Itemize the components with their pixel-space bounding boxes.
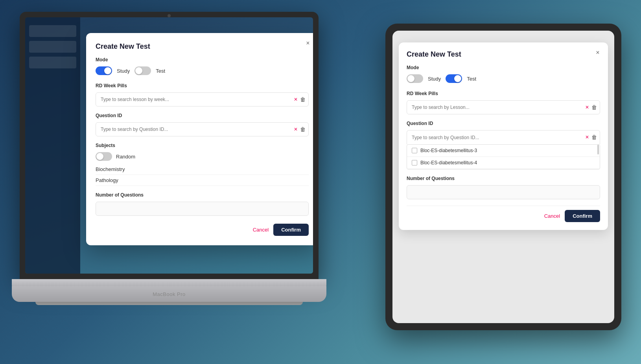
laptop-rdweek-input[interactable] — [96, 92, 309, 107]
tablet-cancel-button[interactable]: Cancel — [544, 213, 560, 219]
laptop-rdweek-trash-icon[interactable]: 🗑 — [300, 96, 306, 103]
tablet-modal-title: Create New Test — [407, 50, 600, 59]
tablet-questionid-clear-icon[interactable]: ✕ — [585, 134, 589, 140]
macbook-screen: Create New Test × Mode Study Test RD Wee… — [25, 17, 313, 274]
tablet-bezel: Create New Test × Mode Study Test RD Wee… — [385, 24, 621, 330]
laptop-random-label: Random — [116, 154, 135, 160]
laptop-test-toggle[interactable] — [134, 66, 151, 75]
laptop-study-toggle-knob — [104, 67, 111, 74]
checkbox-2[interactable] — [412, 160, 417, 165]
tablet-numq-label: Number of Questions — [407, 176, 600, 181]
tablet-dropdown-list: Bloc-ES-diabetesmellitus-3 Bloc-ES-diabe… — [407, 144, 600, 169]
tablet-screen: Create New Test × Mode Study Test RD Wee… — [392, 31, 614, 323]
tablet-test-label: Test — [467, 76, 476, 82]
tablet-study-toggle-knob — [407, 75, 414, 82]
macbook-base — [12, 279, 326, 287]
laptop-questionid-actions: ✕ 🗑 — [294, 126, 306, 132]
laptop-questionid-label: Question ID — [96, 113, 309, 118]
macbook-camera — [168, 14, 171, 17]
laptop-mode-label: Mode — [96, 57, 309, 63]
sidebar — [25, 17, 80, 274]
laptop-rdweek-actions: ✕ 🗑 — [294, 96, 306, 103]
tablet-questionid-input[interactable] — [407, 130, 600, 144]
macbook-foot: MacBook Pro — [12, 286, 326, 302]
tablet-mode-row: Study Test — [407, 74, 600, 83]
tablet-modal-footer: Cancel Confirm — [407, 206, 600, 222]
laptop-random-toggle[interactable] — [96, 152, 112, 161]
tablet-mode-label: Mode — [407, 65, 600, 70]
sidebar-item — [29, 57, 76, 68]
tablet: Create New Test × Mode Study Test RD Wee… — [385, 24, 621, 330]
laptop-subject-biochemistry: Biochemistry — [96, 164, 309, 175]
laptop-questionid-row: ✕ 🗑 — [96, 122, 309, 136]
laptop-rdweek-row: ✕ 🗑 — [96, 92, 309, 107]
laptop-study-toggle[interactable] — [96, 66, 112, 75]
laptop-questionid-trash-icon[interactable]: 🗑 — [300, 126, 306, 132]
tablet-study-toggle[interactable] — [407, 74, 423, 83]
laptop-subjects-section: Random Biochemistry Pathology — [96, 152, 309, 186]
tablet-close-button[interactable]: × — [594, 49, 602, 57]
laptop-questionid-input[interactable] — [96, 122, 309, 136]
tablet-rdweek-section: ✕ 🗑 — [407, 100, 600, 114]
dropdown-item-label-2: Bloc-ES-diabetesmellitus-4 — [420, 160, 477, 165]
tablet-confirm-button[interactable]: Confirm — [565, 210, 600, 222]
laptop-rdweek-label: RD Week Pills — [96, 83, 309, 88]
macbook-screen-bezel: Create New Test × Mode Study Test RD Wee… — [20, 12, 319, 279]
laptop-test-label: Test — [156, 68, 165, 74]
laptop-questionid-section: ✕ 🗑 — [96, 122, 309, 136]
tablet-rdweek-clear-icon[interactable]: ✕ — [585, 105, 589, 110]
tablet-rdweek-trash-icon[interactable]: 🗑 — [591, 104, 597, 110]
tablet-rdweek-row: ✕ 🗑 — [407, 100, 600, 114]
sidebar-item — [29, 25, 76, 37]
laptop-subjects-label: Subjects — [96, 143, 309, 148]
laptop-rdweek-clear-icon[interactable]: ✕ — [294, 97, 298, 102]
macbook-logo: MacBook Pro — [153, 291, 186, 297]
laptop-modal: Create New Test × Mode Study Test RD Wee… — [86, 33, 313, 245]
laptop-random-toggle-knob — [96, 153, 103, 160]
laptop-random-row: Random — [96, 152, 309, 161]
tablet-questionid-row: ✕ 🗑 — [407, 130, 600, 144]
laptop-modal-title: Create New Test — [96, 42, 309, 51]
tablet-test-toggle[interactable] — [446, 74, 462, 83]
tablet-questionid-actions: ✕ 🗑 — [585, 134, 597, 140]
sidebar-item — [29, 41, 76, 53]
laptop-study-label: Study — [117, 68, 130, 74]
laptop-numq-label: Number of Questions — [96, 192, 309, 198]
tablet-modal: Create New Test × Mode Study Test RD Wee… — [399, 42, 608, 230]
tablet-test-toggle-knob — [454, 75, 461, 82]
laptop-close-button[interactable]: × — [304, 39, 312, 47]
checkbox-1[interactable] — [412, 148, 417, 153]
tablet-study-label: Study — [428, 76, 441, 82]
laptop-mode-row: Study Test — [96, 66, 309, 75]
laptop-modal-footer: Cancel Confirm — [96, 224, 309, 236]
laptop-test-toggle-knob — [135, 67, 142, 74]
tablet-rdweek-label: RD Week Pills — [407, 91, 600, 96]
laptop-cancel-button[interactable]: Cancel — [253, 227, 269, 233]
laptop-numq-input[interactable] — [96, 202, 309, 216]
dropdown-item-label-1: Bloc-ES-diabetesmellitus-3 — [420, 148, 477, 153]
tablet-dropdown-item-1[interactable]: Bloc-ES-diabetesmellitus-3 — [407, 145, 600, 157]
macbook-chin — [35, 302, 303, 305]
laptop-rdweek-section: ✕ 🗑 — [96, 92, 309, 107]
dropdown-scrollbar — [597, 145, 599, 154]
laptop-subject-pathology: Pathology — [96, 175, 309, 186]
tablet-numq-input[interactable] — [407, 185, 600, 199]
macbook: Create New Test × Mode Study Test RD Wee… — [12, 12, 326, 354]
tablet-questionid-trash-icon[interactable]: 🗑 — [591, 134, 597, 140]
laptop-confirm-button[interactable]: Confirm — [273, 224, 309, 236]
tablet-dropdown-item-2[interactable]: Bloc-ES-diabetesmellitus-4 — [407, 157, 600, 169]
tablet-rdweek-input[interactable] — [407, 100, 600, 114]
tablet-rdweek-actions: ✕ 🗑 — [585, 104, 597, 110]
laptop-questionid-clear-icon[interactable]: ✕ — [294, 127, 298, 132]
tablet-questionid-label: Question ID — [407, 121, 600, 126]
